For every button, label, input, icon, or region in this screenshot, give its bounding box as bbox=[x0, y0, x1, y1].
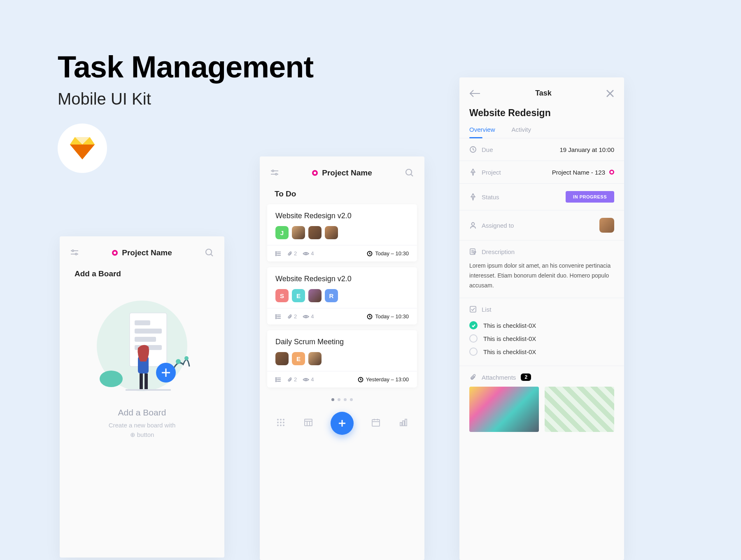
svg-point-43 bbox=[305, 316, 307, 317]
field-assigned[interactable]: Assigned to bbox=[459, 210, 624, 240]
task-card-title: Website Redesign v2.0 bbox=[275, 212, 409, 220]
avatar[interactable]: R bbox=[325, 289, 338, 302]
field-project[interactable]: Project Project Name - 123 bbox=[459, 161, 624, 184]
svg-point-53 bbox=[277, 419, 279, 420]
status-badge: IN PROGRESS bbox=[566, 191, 614, 203]
tab-overview[interactable]: Overview bbox=[469, 126, 495, 138]
empty-illustration bbox=[84, 292, 200, 399]
grid-icon[interactable] bbox=[276, 418, 286, 429]
search-icon[interactable] bbox=[405, 168, 415, 178]
svg-rect-8 bbox=[135, 320, 150, 325]
empty-state-subtitle: Create a new board with⊕ button bbox=[109, 421, 176, 439]
due-time: Yesterday – 13:00 bbox=[358, 376, 409, 383]
sketch-diamond-icon bbox=[58, 124, 107, 173]
list-icon bbox=[275, 314, 281, 320]
svg-point-34 bbox=[276, 255, 277, 256]
close-icon[interactable] bbox=[606, 89, 614, 98]
svg-rect-86 bbox=[470, 306, 476, 312]
task-card[interactable]: Website Redesign v2.0SER24Today – 10:30 bbox=[267, 267, 417, 324]
svg-rect-18 bbox=[144, 373, 148, 389]
checkbox-icon[interactable] bbox=[469, 321, 478, 329]
svg-point-49 bbox=[276, 379, 277, 380]
due-time: Today – 10:30 bbox=[367, 250, 409, 257]
project-name-label: Project Name bbox=[322, 168, 372, 177]
svg-rect-68 bbox=[372, 420, 380, 426]
attachment-thumbnail[interactable] bbox=[469, 387, 539, 432]
tab-activity[interactable]: Activity bbox=[512, 126, 531, 138]
calendar-icon[interactable] bbox=[371, 418, 381, 429]
description-text: Lorem ipsum dolor sit amet, an his conve… bbox=[469, 261, 614, 290]
settings-icon[interactable] bbox=[270, 168, 280, 178]
svg-point-40 bbox=[276, 315, 277, 315]
board-icon[interactable] bbox=[303, 418, 313, 429]
avatar[interactable] bbox=[292, 226, 305, 239]
chart-icon[interactable] bbox=[398, 418, 408, 429]
svg-rect-74 bbox=[405, 419, 407, 426]
view-count: 4 bbox=[303, 313, 314, 320]
svg-point-60 bbox=[280, 425, 282, 426]
checklist-item[interactable]: This is checklist-0X bbox=[469, 345, 614, 358]
svg-rect-17 bbox=[140, 373, 143, 389]
section-attachments: Attachments 2 bbox=[459, 366, 624, 439]
svg-point-58 bbox=[283, 422, 284, 423]
project-dot-icon bbox=[312, 170, 318, 176]
svg-rect-19 bbox=[126, 389, 171, 391]
checkbox-icon[interactable] bbox=[469, 348, 478, 356]
svg-point-35 bbox=[305, 253, 307, 254]
svg-line-5 bbox=[211, 254, 213, 256]
avatar[interactable] bbox=[308, 226, 322, 239]
svg-point-51 bbox=[305, 379, 307, 380]
svg-point-48 bbox=[276, 378, 277, 378]
page-indicator[interactable] bbox=[260, 393, 424, 408]
project-dot-icon bbox=[609, 170, 614, 175]
svg-point-57 bbox=[280, 422, 282, 423]
avatar[interactable]: J bbox=[275, 226, 289, 239]
svg-rect-10 bbox=[135, 337, 156, 342]
avatar[interactable] bbox=[325, 226, 338, 239]
avatar[interactable] bbox=[275, 352, 289, 365]
field-status[interactable]: Status IN PROGRESS bbox=[459, 184, 624, 210]
project-title[interactable]: Project Name bbox=[312, 168, 372, 177]
empty-state-title: Add a Board bbox=[118, 408, 166, 418]
svg-point-12 bbox=[100, 371, 123, 387]
assignee-avatar[interactable] bbox=[599, 218, 614, 233]
project-title[interactable]: Project Name bbox=[112, 248, 172, 257]
attachment-thumbnail[interactable] bbox=[545, 387, 614, 432]
list-icon bbox=[275, 251, 281, 257]
view-count: 4 bbox=[303, 376, 314, 383]
attachment-count: 2 bbox=[287, 313, 297, 320]
add-button[interactable] bbox=[331, 412, 354, 435]
field-due[interactable]: Due 19 January at 10:00 bbox=[459, 138, 624, 161]
avatar[interactable] bbox=[308, 289, 322, 302]
back-icon[interactable] bbox=[469, 89, 481, 98]
screen-add-board: Project Name Add a Board bbox=[60, 236, 224, 558]
checkbox-icon[interactable] bbox=[469, 334, 478, 343]
svg-point-42 bbox=[276, 318, 277, 319]
svg-line-28 bbox=[411, 174, 413, 176]
screen-todo-list: Project Name To Do Website Redesign v2.0… bbox=[260, 156, 424, 560]
task-card-title: Daily Scrum Meeting bbox=[275, 338, 409, 346]
svg-point-32 bbox=[276, 252, 277, 252]
task-card[interactable]: Daily Scrum MeetingE24Yesterday – 13:00 bbox=[267, 330, 417, 387]
svg-point-54 bbox=[280, 419, 282, 420]
avatar[interactable]: E bbox=[292, 289, 305, 302]
attachment-count-badge: 2 bbox=[521, 373, 531, 381]
svg-point-33 bbox=[276, 253, 277, 254]
section-label: To Do bbox=[260, 182, 424, 204]
svg-point-25 bbox=[272, 170, 274, 172]
avatar[interactable] bbox=[308, 352, 322, 365]
task-card[interactable]: Website Redesign v2.0J24Today – 10:30 bbox=[267, 204, 417, 261]
svg-point-3 bbox=[75, 253, 77, 255]
checklist-item[interactable]: This is checklist-0X bbox=[469, 332, 614, 345]
svg-point-56 bbox=[277, 422, 279, 423]
svg-point-2 bbox=[72, 250, 74, 252]
settings-icon[interactable] bbox=[70, 248, 79, 258]
checklist-item[interactable]: This is checklist-0X bbox=[469, 319, 614, 332]
screen-task-detail: Task Website Redesign Overview Activity … bbox=[459, 77, 624, 560]
attachment-count: 2 bbox=[287, 250, 297, 257]
search-icon[interactable] bbox=[205, 248, 214, 258]
section-checklist: List This is checklist-0XThis is checkli… bbox=[459, 298, 624, 366]
project-name-label: Project Name bbox=[122, 248, 172, 257]
avatar[interactable]: S bbox=[275, 289, 289, 302]
avatar[interactable]: E bbox=[292, 352, 305, 365]
